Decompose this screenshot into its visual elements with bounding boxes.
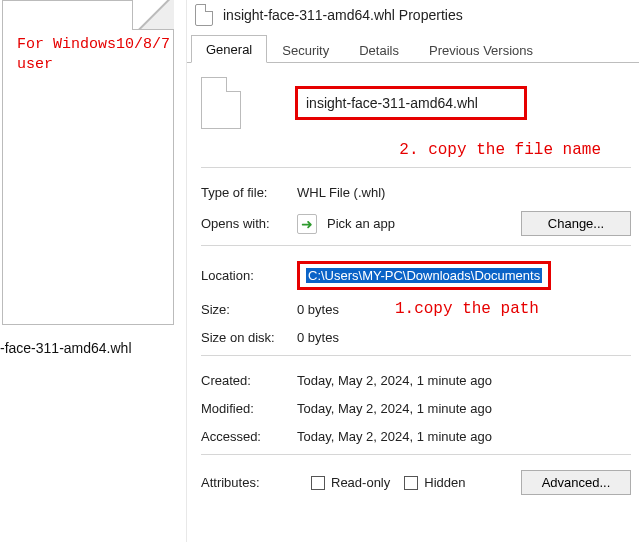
value-size-on-disk: 0 bytes xyxy=(297,330,339,345)
left-pane: For Windows10/8/7 user -face-311-amd64.w… xyxy=(0,0,174,542)
annotation-windows-users: For Windows10/8/7 user xyxy=(17,35,170,76)
tab-general[interactable]: General xyxy=(191,35,267,63)
value-size: 0 bytes xyxy=(297,302,339,317)
title-bar: insight-face-311-amd64.whl Properties xyxy=(187,0,639,34)
label-modified: Modified: xyxy=(201,401,297,416)
checkbox-hidden-label: Hidden xyxy=(424,475,465,490)
label-accessed: Accessed: xyxy=(201,429,297,444)
label-opens-with: Opens with: xyxy=(201,216,297,231)
separator xyxy=(201,454,631,455)
checkbox-icon xyxy=(404,476,418,490)
value-created: Today, May 2, 2024, 1 minute ago xyxy=(297,373,492,388)
label-size: Size: xyxy=(201,302,297,317)
checkbox-icon xyxy=(311,476,325,490)
arrow-right-icon: ➜ xyxy=(297,214,317,234)
location-highlight-box: C:\Users\MY-PC\Downloads\Documents xyxy=(297,261,551,290)
label-attributes: Attributes: xyxy=(201,475,297,490)
properties-dialog: insight-face-311-amd64.whl Properties Ge… xyxy=(186,0,639,542)
window-title: insight-face-311-amd64.whl Properties xyxy=(223,7,463,23)
file-icon xyxy=(195,4,213,26)
filename-highlight-box xyxy=(295,86,527,120)
change-button[interactable]: Change... xyxy=(521,211,631,236)
tab-previous-versions[interactable]: Previous Versions xyxy=(414,36,548,63)
separator xyxy=(201,167,631,168)
annotation-step2: 2. copy the file name xyxy=(201,139,631,163)
value-accessed: Today, May 2, 2024, 1 minute ago xyxy=(297,429,492,444)
advanced-button[interactable]: Advanced... xyxy=(521,470,631,495)
checkbox-readonly[interactable]: Read-only xyxy=(311,475,390,490)
separator xyxy=(201,355,631,356)
page-fold-icon xyxy=(132,0,174,30)
checkbox-hidden[interactable]: Hidden xyxy=(404,475,465,490)
label-created: Created: xyxy=(201,373,297,388)
label-type-of-file: Type of file: xyxy=(201,185,297,200)
value-type-of-file: WHL File (.whl) xyxy=(297,185,385,200)
label-size-on-disk: Size on disk: xyxy=(201,330,297,345)
checkbox-readonly-label: Read-only xyxy=(331,475,390,490)
tab-security[interactable]: Security xyxy=(267,36,344,63)
value-modified: Today, May 2, 2024, 1 minute ago xyxy=(297,401,492,416)
tab-details[interactable]: Details xyxy=(344,36,414,63)
separator xyxy=(201,245,631,246)
value-opens-with: Pick an app xyxy=(327,216,395,231)
large-file-icon xyxy=(201,77,241,129)
annotation-step1: 1.copy the path xyxy=(339,300,539,318)
file-caption: -face-311-amd64.whl xyxy=(0,340,180,356)
tab-strip: General Security Details Previous Versio… xyxy=(187,34,639,63)
tab-content-general: 2. copy the file name Type of file: WHL … xyxy=(187,63,639,500)
value-location[interactable]: C:\Users\MY-PC\Downloads\Documents xyxy=(306,268,542,283)
label-location: Location: xyxy=(201,268,297,283)
file-thumbnail: For Windows10/8/7 user xyxy=(2,0,174,325)
filename-input[interactable] xyxy=(306,95,516,111)
